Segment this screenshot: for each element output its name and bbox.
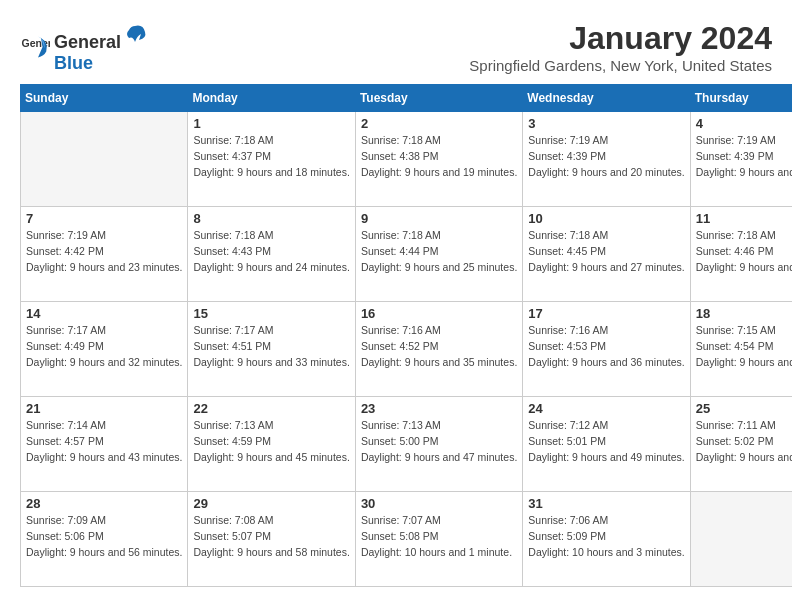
daylight-text: Daylight: 9 hours and 20 minutes.: [528, 165, 684, 181]
calendar-cell: 7 Sunrise: 7:19 AM Sunset: 4:42 PM Dayli…: [21, 207, 188, 302]
calendar-cell: 2 Sunrise: 7:18 AM Sunset: 4:38 PM Dayli…: [355, 112, 522, 207]
cell-info: Sunrise: 7:13 AM Sunset: 5:00 PM Dayligh…: [361, 418, 517, 465]
calendar-cell: 29 Sunrise: 7:08 AM Sunset: 5:07 PM Dayl…: [188, 492, 355, 587]
sunset-text: Sunset: 4:37 PM: [193, 149, 349, 165]
day-number: 28: [26, 496, 182, 511]
cell-info: Sunrise: 7:19 AM Sunset: 4:39 PM Dayligh…: [528, 133, 684, 180]
calendar-cell: [690, 492, 792, 587]
day-number: 4: [696, 116, 792, 131]
logo-text-general: General: [54, 32, 121, 53]
sunset-text: Sunset: 4:59 PM: [193, 434, 349, 450]
logo-icon: General: [20, 32, 50, 62]
logo-text-blue: Blue: [54, 53, 149, 74]
cell-info: Sunrise: 7:06 AM Sunset: 5:09 PM Dayligh…: [528, 513, 684, 560]
sunrise-text: Sunrise: 7:11 AM: [696, 418, 792, 434]
sunset-text: Sunset: 5:00 PM: [361, 434, 517, 450]
cell-info: Sunrise: 7:17 AM Sunset: 4:51 PM Dayligh…: [193, 323, 349, 370]
day-number: 23: [361, 401, 517, 416]
location-title: Springfield Gardens, New York, United St…: [469, 57, 772, 74]
calendar-cell: 18 Sunrise: 7:15 AM Sunset: 4:54 PM Dayl…: [690, 302, 792, 397]
sunrise-text: Sunrise: 7:13 AM: [361, 418, 517, 434]
calendar-week-3: 21 Sunrise: 7:14 AM Sunset: 4:57 PM Dayl…: [21, 397, 793, 492]
sunset-text: Sunset: 4:45 PM: [528, 244, 684, 260]
sunrise-text: Sunrise: 7:14 AM: [26, 418, 182, 434]
daylight-text: Daylight: 9 hours and 47 minutes.: [361, 450, 517, 466]
calendar-cell: 23 Sunrise: 7:13 AM Sunset: 5:00 PM Dayl…: [355, 397, 522, 492]
sunrise-text: Sunrise: 7:18 AM: [361, 228, 517, 244]
daylight-text: Daylight: 9 hours and 20 minutes.: [696, 165, 792, 181]
calendar-cell: 28 Sunrise: 7:09 AM Sunset: 5:06 PM Dayl…: [21, 492, 188, 587]
daylight-text: Daylight: 9 hours and 23 minutes.: [26, 260, 182, 276]
day-number: 31: [528, 496, 684, 511]
day-number: 9: [361, 211, 517, 226]
daylight-text: Daylight: 9 hours and 32 minutes.: [26, 355, 182, 371]
sunrise-text: Sunrise: 7:19 AM: [528, 133, 684, 149]
day-number: 18: [696, 306, 792, 321]
sunset-text: Sunset: 4:43 PM: [193, 244, 349, 260]
logo: General General Blue: [20, 20, 149, 74]
sunrise-text: Sunrise: 7:07 AM: [361, 513, 517, 529]
day-number: 7: [26, 211, 182, 226]
sunrise-text: Sunrise: 7:08 AM: [193, 513, 349, 529]
sunset-text: Sunset: 4:39 PM: [528, 149, 684, 165]
cell-info: Sunrise: 7:19 AM Sunset: 4:42 PM Dayligh…: [26, 228, 182, 275]
daylight-text: Daylight: 9 hours and 33 minutes.: [193, 355, 349, 371]
title-section: January 2024 Springfield Gardens, New Yo…: [469, 20, 772, 74]
calendar-cell: 24 Sunrise: 7:12 AM Sunset: 5:01 PM Dayl…: [523, 397, 690, 492]
cell-info: Sunrise: 7:11 AM Sunset: 5:02 PM Dayligh…: [696, 418, 792, 465]
calendar-table: SundayMondayTuesdayWednesdayThursdayFrid…: [20, 84, 792, 587]
calendar-cell: 8 Sunrise: 7:18 AM Sunset: 4:43 PM Dayli…: [188, 207, 355, 302]
sunset-text: Sunset: 4:51 PM: [193, 339, 349, 355]
cell-info: Sunrise: 7:09 AM Sunset: 5:06 PM Dayligh…: [26, 513, 182, 560]
day-number: 24: [528, 401, 684, 416]
cell-info: Sunrise: 7:15 AM Sunset: 4:54 PM Dayligh…: [696, 323, 792, 370]
cell-info: Sunrise: 7:18 AM Sunset: 4:46 PM Dayligh…: [696, 228, 792, 275]
month-title: January 2024: [469, 20, 772, 57]
daylight-text: Daylight: 9 hours and 45 minutes.: [193, 450, 349, 466]
calendar-week-2: 14 Sunrise: 7:17 AM Sunset: 4:49 PM Dayl…: [21, 302, 793, 397]
sunrise-text: Sunrise: 7:19 AM: [26, 228, 182, 244]
sunrise-text: Sunrise: 7:18 AM: [696, 228, 792, 244]
day-number: 8: [193, 211, 349, 226]
cell-info: Sunrise: 7:19 AM Sunset: 4:39 PM Dayligh…: [696, 133, 792, 180]
calendar-cell: [21, 112, 188, 207]
cell-info: Sunrise: 7:18 AM Sunset: 4:38 PM Dayligh…: [361, 133, 517, 180]
sunrise-text: Sunrise: 7:18 AM: [193, 228, 349, 244]
calendar-cell: 17 Sunrise: 7:16 AM Sunset: 4:53 PM Dayl…: [523, 302, 690, 397]
sunset-text: Sunset: 4:53 PM: [528, 339, 684, 355]
day-number: 14: [26, 306, 182, 321]
day-header-wednesday: Wednesday: [523, 85, 690, 112]
sunset-text: Sunset: 4:52 PM: [361, 339, 517, 355]
daylight-text: Daylight: 9 hours and 25 minutes.: [361, 260, 517, 276]
sunset-text: Sunset: 4:49 PM: [26, 339, 182, 355]
sunrise-text: Sunrise: 7:19 AM: [696, 133, 792, 149]
logo-bird-icon: [121, 20, 149, 48]
sunset-text: Sunset: 5:01 PM: [528, 434, 684, 450]
calendar-cell: 25 Sunrise: 7:11 AM Sunset: 5:02 PM Dayl…: [690, 397, 792, 492]
daylight-text: Daylight: 9 hours and 36 minutes.: [528, 355, 684, 371]
cell-info: Sunrise: 7:13 AM Sunset: 4:59 PM Dayligh…: [193, 418, 349, 465]
calendar-cell: 3 Sunrise: 7:19 AM Sunset: 4:39 PM Dayli…: [523, 112, 690, 207]
day-number: 15: [193, 306, 349, 321]
calendar-cell: 11 Sunrise: 7:18 AM Sunset: 4:46 PM Dayl…: [690, 207, 792, 302]
daylight-text: Daylight: 9 hours and 28 minutes.: [696, 260, 792, 276]
cell-info: Sunrise: 7:18 AM Sunset: 4:45 PM Dayligh…: [528, 228, 684, 275]
day-header-tuesday: Tuesday: [355, 85, 522, 112]
sunrise-text: Sunrise: 7:18 AM: [528, 228, 684, 244]
sunset-text: Sunset: 4:42 PM: [26, 244, 182, 260]
sunset-text: Sunset: 4:38 PM: [361, 149, 517, 165]
calendar-cell: 30 Sunrise: 7:07 AM Sunset: 5:08 PM Dayl…: [355, 492, 522, 587]
sunrise-text: Sunrise: 7:17 AM: [193, 323, 349, 339]
calendar-week-1: 7 Sunrise: 7:19 AM Sunset: 4:42 PM Dayli…: [21, 207, 793, 302]
cell-info: Sunrise: 7:18 AM Sunset: 4:44 PM Dayligh…: [361, 228, 517, 275]
sunset-text: Sunset: 5:06 PM: [26, 529, 182, 545]
sunrise-text: Sunrise: 7:16 AM: [361, 323, 517, 339]
cell-info: Sunrise: 7:08 AM Sunset: 5:07 PM Dayligh…: [193, 513, 349, 560]
page-header: General General Blue January 2024 Spring…: [20, 20, 772, 74]
calendar-header-row: SundayMondayTuesdayWednesdayThursdayFrid…: [21, 85, 793, 112]
day-number: 1: [193, 116, 349, 131]
calendar-cell: 21 Sunrise: 7:14 AM Sunset: 4:57 PM Dayl…: [21, 397, 188, 492]
sunrise-text: Sunrise: 7:06 AM: [528, 513, 684, 529]
daylight-text: Daylight: 9 hours and 19 minutes.: [361, 165, 517, 181]
day-number: 2: [361, 116, 517, 131]
